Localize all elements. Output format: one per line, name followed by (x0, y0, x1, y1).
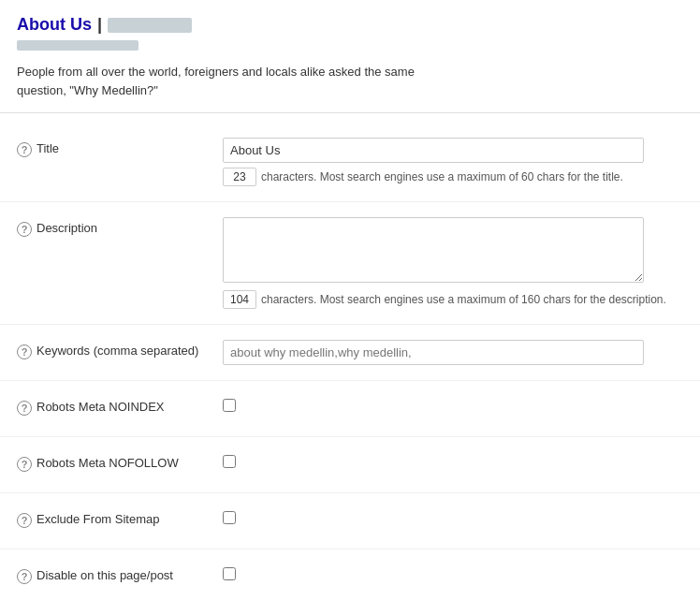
preview-text: People from all over the world, foreigne… (17, 63, 457, 99)
title-separator: | (97, 15, 102, 35)
exclude-sitemap-row-form: ? Exclude From Sitemap (0, 493, 700, 549)
description-label: Description (36, 221, 97, 235)
title-input-col: 23 characters. Most search engines use a… (223, 138, 683, 186)
noindex-checkbox[interactable] (223, 399, 236, 412)
nofollow-input-col (223, 452, 683, 471)
title-label: Title (36, 141, 59, 155)
url-blur (17, 40, 139, 51)
disable-row-form: ? Disable on this page/post (0, 549, 700, 606)
title-hint-text: characters. Most search engines use a ma… (261, 170, 623, 183)
keywords-help-icon[interactable]: ? (17, 344, 32, 359)
title-input[interactable] (223, 138, 644, 163)
noindex-help-icon[interactable]: ? (17, 401, 32, 416)
description-row-form: ? Description 104 characters. Most searc… (0, 202, 700, 325)
nofollow-label: Robots Meta NOFOLLOW (36, 456, 179, 470)
description-char-count: 104 (223, 290, 256, 309)
page-wrapper: About Us | People from all over the worl… (0, 0, 700, 615)
page-title-link[interactable]: About Us (17, 15, 92, 35)
keywords-label-col: ? Keywords (comma separated) (17, 340, 223, 359)
description-help-icon[interactable]: ? (17, 222, 32, 237)
noindex-label-col: ? Robots Meta NOINDEX (17, 396, 223, 416)
keywords-input[interactable] (223, 340, 644, 365)
nofollow-checkbox[interactable] (223, 455, 236, 468)
nofollow-help-icon[interactable]: ? (17, 457, 32, 472)
exclude-sitemap-help-icon[interactable]: ? (17, 513, 32, 528)
title-row-form: ? Title 23 characters. Most search engin… (0, 123, 700, 202)
keywords-input-col (223, 340, 683, 365)
header-section: About Us | People from all over the worl… (0, 0, 700, 113)
title-char-hint: 23 characters. Most search engines use a… (223, 168, 683, 186)
disable-help-icon[interactable]: ? (17, 569, 32, 584)
title-row: About Us | (17, 15, 683, 35)
disable-input-col (223, 564, 683, 583)
title-label-col: ? Title (17, 138, 223, 157)
exclude-sitemap-label-col: ? Exclude From Sitemap (17, 508, 223, 528)
exclude-sitemap-checkbox[interactable] (223, 511, 236, 524)
description-label-col: ? Description (17, 217, 223, 237)
description-hint-text: characters. Most search engines use a ma… (261, 293, 666, 306)
nofollow-row-form: ? Robots Meta NOFOLLOW (0, 437, 700, 493)
title-char-count: 23 (223, 168, 256, 186)
noindex-input-col (223, 396, 683, 415)
keywords-label: Keywords (comma separated) (36, 344, 198, 358)
description-input-col: 104 characters. Most search engines use … (223, 217, 683, 309)
disable-checkbox[interactable] (223, 567, 236, 580)
disable-label: Disable on this page/post (36, 568, 173, 582)
nofollow-label-col: ? Robots Meta NOFOLLOW (17, 452, 223, 472)
description-input[interactable] (223, 217, 644, 283)
noindex-row-form: ? Robots Meta NOINDEX (0, 381, 700, 437)
exclude-sitemap-label: Exclude From Sitemap (36, 512, 160, 526)
disable-label-col: ? Disable on this page/post (17, 564, 223, 584)
form-section: ? Title 23 characters. Most search engin… (0, 113, 700, 606)
keywords-row-form: ? Keywords (comma separated) (0, 325, 700, 381)
noindex-label: Robots Meta NOINDEX (36, 400, 165, 414)
description-char-hint: 104 characters. Most search engines use … (223, 290, 683, 309)
breadcrumb-blur (108, 18, 192, 33)
exclude-sitemap-input-col (223, 508, 683, 527)
title-help-icon[interactable]: ? (17, 142, 32, 157)
